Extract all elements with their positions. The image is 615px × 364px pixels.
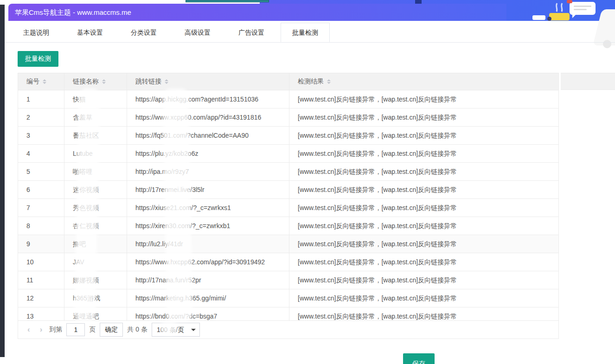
cell-id: 10 (18, 253, 64, 271)
cell-result: [www.test.cn]反向链接异常，[wap.test.cn]反向链接异常 (289, 127, 558, 144)
sort-icon[interactable] (165, 77, 168, 86)
cell-url: https://marketing.h365.gg/mimi/ (127, 289, 289, 307)
column-header-label: 编号 (26, 77, 39, 86)
top-band: 苹果Cms导航主题 - www.maccms.me (0, 0, 615, 21)
cell-id: 3 (18, 127, 64, 144)
table-row: 6 迷你视频 http://17renmei.live/3l5lr [www.t… (18, 181, 558, 199)
cell-id: 6 (18, 181, 64, 198)
sort-icon[interactable] (327, 77, 331, 86)
cell-url: https://bnd0.com/?dc=bsga7 (127, 307, 289, 320)
table-row: 13 通哩通吧 https://bnd0.com/?dc=bsga7 [www.… (18, 307, 558, 320)
cell-id: 8 (18, 217, 64, 235)
cell-url: https://xiuse21.com/?_c=zwrkxs1 (127, 199, 289, 217)
cell-name: JAV (64, 253, 127, 271)
tab-label: 广告设置 (238, 29, 264, 36)
cell-result: [www.test.cn]反向链接异常，[wap.test.cn]反向链接异常 (289, 307, 558, 320)
cell-name: h365游戏 (64, 289, 127, 307)
cell-url: http://17nana.fun/r52pr (127, 271, 289, 289)
cell-id: 5 (18, 163, 64, 180)
column-header-label: 跳转链接 (135, 77, 161, 86)
table-row: 11 娜娜视频 http://17nana.fun/r52pr [www.tes… (18, 271, 558, 289)
tab-label: 主题说明 (23, 29, 49, 36)
table-row: 12 h365游戏 https://marketing.h365.gg/mimi… (18, 289, 558, 307)
bubble-line (574, 9, 587, 10)
tab-item[interactable]: 批量检测 (281, 23, 330, 42)
tab-item[interactable]: 主题说明 (12, 23, 61, 42)
table-row: 4 Lutube https://plu.yz/kob2o6z [www.tes… (18, 145, 558, 163)
tab-label: 批量检测 (292, 29, 318, 36)
cell-name: 啪嗒哩 (64, 163, 127, 180)
table-row: 3 番茄社区 https://fq501.com/?channelCode=AA… (18, 127, 558, 145)
column-header-label: 链接名称 (73, 77, 99, 86)
table-header-extension (561, 73, 615, 90)
coffee-cup-icon (549, 13, 570, 20)
column-header[interactable]: 跳转链接 (127, 73, 289, 90)
deco-pill (532, 15, 545, 20)
cell-url: http://ipa.mo/r9zy7 (127, 163, 289, 180)
sort-icon[interactable] (43, 77, 46, 86)
cell-result: [www.test.cn]反向链接异常，[wap.test.cn]反向链接异常 (289, 145, 558, 162)
cell-url: https://fq501.com/?channelCode=AA90 (127, 127, 289, 144)
column-header[interactable]: 检测结果 (289, 73, 558, 90)
table-body: 1 快猫 https://app.hickgg.com?agentId=1315… (18, 90, 558, 320)
cell-name: 撸吧 (64, 235, 127, 253)
table-row: 2 含羞草 https://www.xcpp60.com/app/?id=431… (18, 109, 558, 127)
cell-id: 9 (18, 235, 64, 253)
chevron-down-icon (191, 329, 196, 333)
cell-url: https://www.hxcpp62.com/app/?id=30919492 (127, 253, 289, 271)
cell-result: [www.test.cn]反向链接异常，[wap.test.cn]反向链接异常 (289, 90, 558, 108)
tab-item[interactable]: 高级设置 (173, 23, 222, 42)
page-unit-label: 页 (89, 326, 96, 334)
prev-page-icon[interactable]: ‹ (25, 325, 33, 334)
background-teal-chip (186, 0, 269, 2)
cell-result: [www.test.cn]反向链接异常，[wap.test.cn]反向链接异常 (289, 199, 558, 217)
table-header-row: 编号 链接名称 跳转链接 检测结果 (18, 73, 558, 90)
column-header[interactable]: 链接名称 (64, 73, 127, 90)
column-header[interactable]: 编号 (18, 73, 64, 90)
table-row: 9 撸吧 http://lu2.liy/41dr [www.test.cn]反向… (18, 235, 558, 253)
page-size-select[interactable]: 100 条/页 (152, 323, 200, 337)
cell-name: 通哩通吧 (64, 307, 127, 320)
cell-result: [www.test.cn]反向链接异常，[wap.test.cn]反向链接异常 (289, 217, 558, 235)
save-button[interactable]: 保存 (403, 353, 435, 364)
cell-result: [www.test.cn]反向链接异常，[wap.test.cn]反向链接异常 (289, 181, 558, 198)
dialog-title: 苹果Cms导航主题 - www.maccms.me (15, 8, 131, 16)
cell-name: 快猫 (64, 90, 127, 108)
cell-result: [www.test.cn]反向链接异常，[wap.test.cn]反向链接异常 (289, 253, 558, 271)
cell-result: [www.test.cn]反向链接异常，[wap.test.cn]反向链接异常 (289, 235, 558, 253)
tab-label: 高级设置 (185, 29, 211, 36)
cell-url: https://www.xcpp60.com/app/?id=43191816 (127, 109, 289, 126)
tab-item[interactable]: 分类设置 (119, 23, 168, 42)
tab-item[interactable]: 基本设置 (65, 23, 115, 42)
steam-icon (555, 2, 567, 13)
table-row: 7 秀色视频 https://xiuse21.com/?_c=zwrkxs1 [… (18, 199, 558, 217)
tab-item[interactable]: 广告设置 (227, 23, 276, 42)
cell-url: http://lu2.liy/41dr (127, 235, 289, 253)
tab-label: 基本设置 (77, 29, 103, 36)
cup-handle-icon (547, 17, 551, 21)
cell-id: 11 (18, 271, 64, 289)
cell-name: 杏仁视频 (64, 217, 127, 235)
confirm-page-button[interactable]: 确定 (100, 323, 123, 337)
cell-id: 12 (18, 289, 64, 307)
cell-url: https://app.hickgg.com?agentId=13151036 (127, 90, 289, 108)
cell-id: 7 (18, 199, 64, 217)
cell-id: 2 (18, 109, 64, 126)
next-page-icon[interactable]: › (37, 325, 45, 334)
cell-result: [www.test.cn]反向链接异常，[wap.test.cn]反向链接异常 (289, 289, 558, 307)
cell-result: [www.test.cn]反向链接异常，[wap.test.cn]反向链接异常 (289, 271, 558, 289)
cell-id: 4 (18, 145, 64, 162)
page-number-input[interactable] (66, 323, 85, 336)
table-row: 10 JAV https://www.hxcpp62.com/app/?id=3… (18, 253, 558, 271)
page-size-value: 100 条/页 (157, 326, 184, 333)
cell-result: [www.test.cn]反向链接异常，[wap.test.cn]反向链接异常 (289, 163, 558, 180)
links-table: 编号 链接名称 跳转链接 检测结果 1 快猫 https://app.hickg… (18, 73, 559, 339)
cell-id: 13 (18, 307, 64, 320)
tab-label: 分类设置 (131, 29, 157, 36)
sort-icon[interactable] (102, 77, 106, 86)
cell-id: 1 (18, 90, 64, 108)
cell-url: https://plu.yz/kob2o6z (127, 145, 289, 162)
batch-check-button[interactable]: 批量检测 (18, 51, 58, 67)
bubble-line (574, 6, 591, 7)
cell-name: Lutube (64, 145, 127, 162)
